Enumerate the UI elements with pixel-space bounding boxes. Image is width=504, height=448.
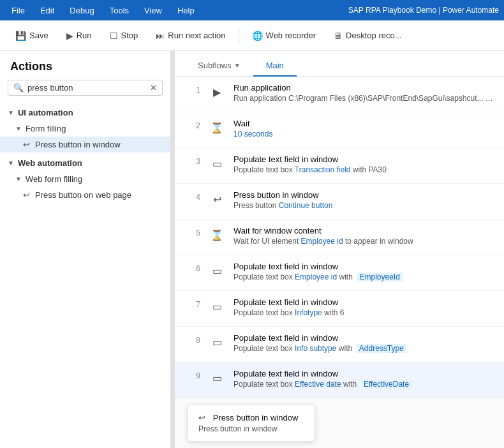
flow-step-6[interactable]: 6 ▭ Populate text field in window Popula… (175, 255, 504, 291)
flow-step-4[interactable]: 4 ↩ Press button in window Press button … (175, 184, 504, 220)
step-number-1: 1 (185, 83, 200, 94)
search-box: 🔍 ✕ (8, 80, 163, 96)
flow-step-8[interactable]: 8 ▭ Populate text field in window Popula… (175, 327, 504, 362)
floating-card[interactable]: ↩ Press button in window Press button in… (188, 405, 315, 442)
run-icon: ▶ (66, 31, 73, 41)
run-next-icon: ⏭ (156, 31, 165, 41)
chevron-form-filling: ▼ (15, 125, 22, 132)
step-title-4: Press button in window (233, 190, 494, 200)
tree-label-form-filling: Form filling (26, 124, 66, 133)
step-content-1: Run application Run application C:\Progr… (233, 83, 494, 103)
step-number-3: 3 (185, 154, 200, 166)
tree-item-label-press-button-in-window: Press button in window (35, 140, 121, 149)
web-recorder-button[interactable]: 🌐 Web recorder (244, 27, 324, 45)
web-press-button-icon: ↩ (23, 190, 30, 200)
step-number-5: 5 (185, 226, 200, 237)
save-icon: 💾 (15, 31, 26, 41)
step-icon-5: ⌛ (208, 226, 226, 244)
tab-subflows[interactable]: Subflows ▼ (185, 56, 253, 77)
menu-debug[interactable]: Debug (63, 3, 100, 18)
tree-section-ui-automation: ▼ UI automation ▼ Form filling ↩ Press b… (0, 103, 170, 154)
step-title-3: Populate text field in window (233, 154, 494, 164)
chevron-ui-automation: ▼ (8, 109, 14, 116)
step-desc-9: Populate text box Effective date with Ef… (233, 380, 494, 389)
tree-section-web-automation: ▼ Web automation ▼ Web form filling ↩ Pr… (0, 154, 170, 204)
tree-item-press-button-in-window[interactable]: ↩ Press button in window (0, 137, 170, 153)
menu-file[interactable]: File (5, 3, 31, 18)
search-icon: 🔍 (13, 83, 24, 93)
menu-tools[interactable]: Tools (103, 3, 135, 18)
tab-subflows-label: Subflows (198, 61, 232, 70)
chevron-web-automation: ▼ (8, 160, 14, 167)
toolbar-separator (239, 28, 239, 43)
step-title-2: Wait (233, 119, 494, 128)
step-content-5: Wait for window content Wait for UI elem… (233, 226, 494, 246)
floating-card-title: ↩ Press button in window (198, 413, 304, 422)
run-next-button[interactable]: ⏭ Run next action (148, 27, 233, 45)
step-content-6: Populate text field in window Populate t… (233, 262, 494, 281)
content-area: Subflows ▼ Main 1 ▶ Run application Run … (175, 51, 504, 448)
flow-step-1[interactable]: 1 ▶ Run application Run application C:\P… (175, 77, 504, 112)
step-desc-6: Populate text box Employee id with Emplo… (233, 273, 494, 281)
flow-step-2[interactable]: 2 ⌛ Wait 10 seconds (175, 112, 504, 148)
floating-card-container: ↩ Press button in window Press button in… (175, 398, 504, 448)
menu-view[interactable]: View (138, 3, 168, 18)
step-number-2: 2 (185, 119, 200, 130)
flow-step-3[interactable]: 3 ▭ Populate text field in window Popula… (175, 148, 504, 184)
step-title-1: Run application (233, 83, 494, 93)
step-title-7: Populate text field in window (233, 297, 494, 307)
step-icon-9: ▭ (208, 369, 226, 387)
floating-card-desc: Press button in window (198, 424, 304, 433)
step-number-6: 6 (185, 262, 200, 273)
menu-edit[interactable]: Edit (34, 3, 61, 18)
stop-button[interactable]: ☐ Stop (102, 27, 146, 45)
step-icon-7: ▭ (208, 297, 226, 315)
step-content-8: Populate text field in window Populate t… (233, 333, 494, 353)
tree-header-web-automation[interactable]: ▼ Web automation (0, 155, 170, 171)
step-desc-8: Populate text box Info subtype with Addr… (233, 344, 494, 353)
step-content-3: Populate text field in window Populate t… (233, 154, 494, 174)
clear-icon[interactable]: ✕ (150, 83, 157, 93)
step-title-8: Populate text field in window (233, 333, 494, 343)
run-button[interactable]: ▶ Run (59, 27, 100, 45)
flow-step-9[interactable]: 9 ▭ Populate text field in window Popula… (175, 362, 504, 398)
desktop-recorder-button[interactable]: 🖥 Desktop reco... (326, 27, 409, 45)
flow-content: 1 ▶ Run application Run application C:\P… (175, 77, 504, 448)
search-input[interactable] (27, 83, 150, 93)
step-content-7: Populate text field in window Populate t… (233, 297, 494, 317)
tab-main[interactable]: Main (253, 56, 297, 77)
chevron-subflows: ▼ (234, 62, 241, 69)
step-icon-2: ⌛ (208, 119, 226, 137)
sidebar: Actions 🔍 ✕ ▼ UI automation ▼ Form filli… (0, 51, 171, 448)
step-desc-3: Populate text box Transaction field with… (233, 165, 494, 174)
tree-item-press-button-on-web-page[interactable]: ↩ Press button on web page (0, 187, 170, 203)
step-desc-2: 10 seconds (233, 130, 494, 138)
save-button[interactable]: 💾 Save (8, 27, 56, 45)
step-number-8: 8 (185, 333, 200, 345)
tree-header-ui-automation[interactable]: ▼ UI automation (0, 105, 170, 121)
step-content-4: Press button in window Press button Cont… (233, 190, 494, 210)
app-title: SAP RPA Playbook Demo | Power Automate (348, 6, 499, 15)
tree-item-label-press-button-on-web-page: Press button on web page (35, 190, 131, 200)
tab-main-label: Main (266, 61, 284, 70)
flow-step-7[interactable]: 7 ▭ Populate text field in window Popula… (175, 291, 504, 327)
step-icon-8: ▭ (208, 333, 226, 351)
flow-step-5[interactable]: 5 ⌛ Wait for window content Wait for UI … (175, 220, 504, 255)
step-desc-4: Press button Continue button (233, 201, 494, 210)
step-title-9: Populate text field in window (233, 369, 494, 378)
tree-header-web-form-filling[interactable]: ▼ Web form filling (0, 171, 170, 187)
step-icon-3: ▭ (208, 154, 226, 172)
step-title-5: Wait for window content (233, 226, 494, 235)
toolbar: 💾 Save ▶ Run ☐ Stop ⏭ Run next action 🌐 … (0, 20, 504, 51)
floating-card-icon: ↩ (198, 413, 205, 422)
tree-label-web-form-filling: Web form filling (26, 174, 82, 184)
menu-help[interactable]: Help (171, 3, 201, 18)
step-icon-4: ↩ (208, 190, 226, 208)
web-recorder-icon: 🌐 (252, 31, 263, 41)
step-title-6: Populate text field in window (233, 262, 494, 271)
tabs-bar: Subflows ▼ Main (175, 51, 504, 77)
press-button-icon: ↩ (23, 140, 30, 149)
step-content-9: Populate text field in window Populate t… (233, 369, 494, 389)
step-icon-6: ▭ (208, 262, 226, 280)
tree-header-form-filling[interactable]: ▼ Form filling (0, 121, 170, 137)
